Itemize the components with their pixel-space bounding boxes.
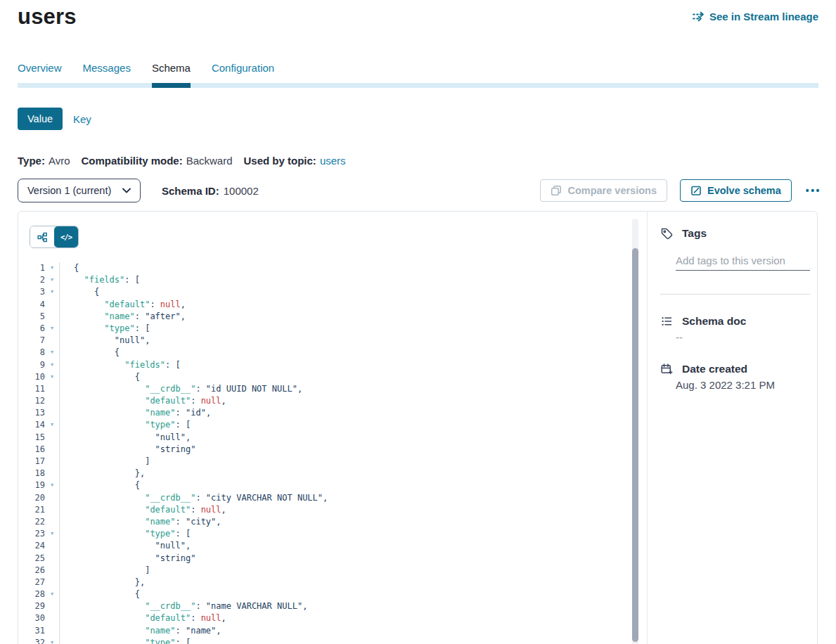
line-number: 9 bbox=[18, 359, 45, 371]
gutter-cell bbox=[45, 540, 60, 552]
code-view-button[interactable]: </> bbox=[54, 226, 78, 247]
key-toggle-link[interactable]: Key bbox=[73, 113, 91, 125]
line-number: 16 bbox=[18, 444, 45, 456]
gutter-cell bbox=[45, 335, 60, 347]
line-number: 27 bbox=[18, 577, 45, 588]
gutter-cell: ▼ bbox=[45, 637, 60, 644]
code-line: 4 "default": null, bbox=[18, 299, 647, 311]
code-line: 11 "__crdb__": "id UUID NOT NULL", bbox=[18, 383, 647, 395]
collapse-arrow-icon[interactable]: ▼ bbox=[51, 531, 53, 536]
code-line: 10▼ { bbox=[18, 371, 647, 383]
gutter-cell: ▼ bbox=[45, 371, 60, 383]
evolve-schema-label: Evolve schema bbox=[707, 185, 781, 196]
schema-doc-heading-label: Schema doc bbox=[682, 315, 746, 328]
collapse-arrow-icon[interactable]: ▼ bbox=[51, 289, 53, 295]
gutter-cell: ▼ bbox=[45, 528, 60, 540]
version-select[interactable]: Version 1 (current) bbox=[18, 179, 141, 202]
tab-configuration[interactable]: Configuration bbox=[212, 62, 274, 83]
collapse-arrow-icon[interactable]: ▼ bbox=[51, 349, 53, 355]
tab-messages[interactable]: Messages bbox=[83, 62, 131, 83]
code-line: 13 "name": "id", bbox=[18, 407, 647, 419]
code-content: "fields": [ bbox=[60, 274, 140, 286]
code-line: 19▼ { bbox=[18, 479, 647, 491]
code-line: 21 "default": null, bbox=[18, 504, 647, 516]
gutter-cell bbox=[45, 395, 60, 407]
code-content: { bbox=[60, 347, 120, 359]
line-number: 31 bbox=[18, 625, 45, 637]
scrollbar-thumb[interactable] bbox=[632, 248, 638, 642]
gutter-cell bbox=[45, 432, 60, 444]
gutter-cell bbox=[45, 468, 60, 479]
value-toggle-button[interactable]: Value bbox=[18, 108, 63, 130]
code-content: "type": [ bbox=[60, 323, 150, 335]
compare-icon bbox=[551, 185, 562, 196]
gutter-cell bbox=[45, 612, 60, 624]
collapse-arrow-icon[interactable]: ▼ bbox=[51, 374, 53, 380]
code-line: 3▼ { bbox=[18, 286, 647, 298]
collapse-arrow-icon[interactable]: ▼ bbox=[51, 482, 53, 488]
code-content: ] bbox=[60, 456, 150, 468]
gutter-cell: ▼ bbox=[45, 359, 60, 371]
used-by-topic-label: Used by topic: bbox=[244, 155, 316, 167]
collapse-arrow-icon[interactable]: ▼ bbox=[51, 640, 53, 644]
collapse-arrow-icon[interactable]: ▼ bbox=[51, 591, 53, 597]
collapse-arrow-icon[interactable]: ▼ bbox=[51, 422, 53, 427]
code-content: "type": [ bbox=[60, 419, 191, 431]
page-title: users bbox=[18, 4, 77, 30]
tab-overview[interactable]: Overview bbox=[18, 62, 62, 83]
code-content: "default": null, bbox=[60, 395, 226, 407]
code-line: 12 "default": null, bbox=[18, 395, 647, 407]
code-content: "__crdb__": "city VARCHAR NOT NULL", bbox=[60, 492, 328, 504]
schema-doc-value: -- bbox=[676, 331, 683, 343]
line-number: 8 bbox=[18, 347, 45, 359]
tree-view-button[interactable] bbox=[30, 226, 54, 247]
line-number: 32 bbox=[18, 637, 45, 644]
code-content: "default": null, bbox=[60, 612, 226, 624]
line-number: 19 bbox=[18, 479, 45, 491]
code-line: 7 "null", bbox=[18, 335, 647, 347]
code-content: "default": null, bbox=[60, 504, 226, 516]
code-content: "string" bbox=[60, 444, 195, 456]
tag-icon bbox=[660, 227, 673, 240]
stream-lineage-link[interactable]: See in Stream lineage bbox=[693, 11, 818, 22]
code-line: 22 "name": "city", bbox=[18, 516, 647, 528]
compare-versions-label: Compare versions bbox=[567, 185, 657, 196]
gutter-cell: ▼ bbox=[45, 479, 60, 491]
tab-schema[interactable]: Schema bbox=[152, 62, 191, 83]
line-number: 21 bbox=[18, 504, 45, 516]
line-number: 3 bbox=[18, 286, 45, 298]
collapse-arrow-icon[interactable]: ▼ bbox=[51, 362, 53, 368]
collapse-arrow-icon[interactable]: ▼ bbox=[51, 277, 53, 283]
gutter-cell bbox=[45, 407, 60, 419]
gutter-cell: ▼ bbox=[45, 588, 60, 600]
compatibility-value: Backward bbox=[186, 155, 233, 167]
compare-versions-button[interactable]: Compare versions bbox=[540, 179, 667, 202]
line-number: 22 bbox=[18, 516, 45, 528]
code-line: 31 "name": "name", bbox=[18, 625, 647, 637]
more-options-button[interactable]: ••• bbox=[804, 182, 823, 199]
gutter-cell: ▼ bbox=[45, 274, 60, 286]
line-number: 30 bbox=[18, 612, 45, 624]
code-content: "null", bbox=[60, 432, 191, 444]
schema-doc-heading: Schema doc bbox=[660, 315, 746, 328]
code-line: 30 "default": null, bbox=[18, 612, 647, 624]
tags-input[interactable] bbox=[676, 251, 810, 271]
line-number: 2 bbox=[18, 274, 45, 286]
tab-track bbox=[18, 83, 818, 88]
gutter-cell: ▼ bbox=[45, 286, 60, 298]
evolve-schema-button[interactable]: Evolve schema bbox=[680, 179, 792, 202]
line-number: 14 bbox=[18, 419, 45, 431]
code-content: "null", bbox=[60, 540, 191, 552]
used-by-topic-link[interactable]: users bbox=[320, 155, 346, 167]
gutter-cell bbox=[45, 600, 60, 612]
version-select-value: Version 1 (current) bbox=[27, 185, 111, 196]
line-number: 29 bbox=[18, 600, 45, 612]
collapse-arrow-icon[interactable]: ▼ bbox=[51, 265, 53, 271]
collapse-arrow-icon[interactable]: ▼ bbox=[51, 326, 53, 331]
gutter-cell: ▼ bbox=[45, 419, 60, 431]
line-number: 24 bbox=[18, 540, 45, 552]
code-content: "__crdb__": "name VARCHAR NULL", bbox=[60, 600, 307, 612]
schema-panel: </> 1▼{2▼ "fields": [3▼ {4 "default": nu… bbox=[18, 211, 818, 644]
list-icon bbox=[660, 315, 673, 328]
gutter-cell: ▼ bbox=[45, 323, 60, 335]
